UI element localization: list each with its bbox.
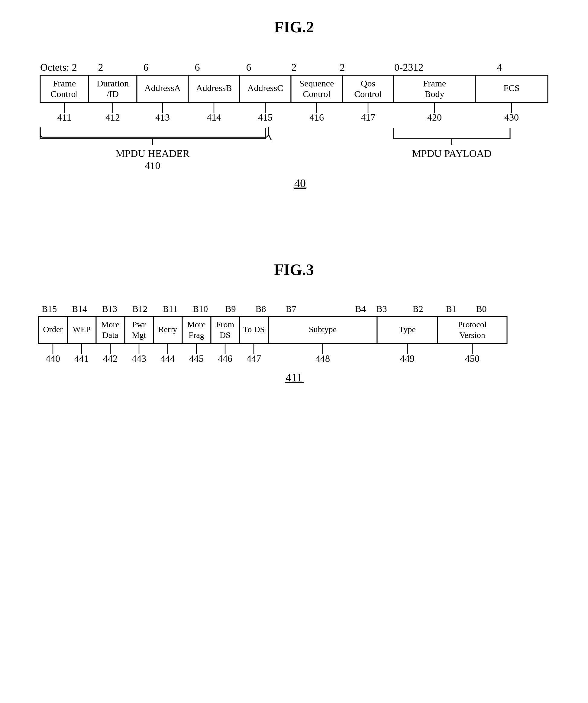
label-more-data2: Data — [102, 330, 118, 340]
ref-444: 444 — [160, 353, 175, 364]
bit-b4: B4 — [355, 304, 365, 314]
ref-448: 448 — [316, 353, 330, 364]
header-bracket — [40, 127, 268, 137]
label-frame-body2: Body — [425, 89, 444, 99]
bit-b8: B8 — [255, 304, 266, 314]
fig2-number: 40 — [294, 177, 306, 189]
label-duration2: /ID — [107, 89, 119, 99]
octet-val-6c: 6 — [246, 62, 251, 73]
octet-val-0-2312: 0-2312 — [394, 62, 423, 73]
label-sequence2: Control — [303, 89, 331, 99]
ref-441: 441 — [74, 353, 89, 364]
header-label: MPDU HEADER — [116, 148, 190, 159]
label-protocol: Protocol — [458, 320, 487, 329]
octet-val-2a: 2 — [291, 62, 297, 73]
label-from-ds2: DS — [220, 330, 231, 340]
label-wep: WEP — [73, 325, 90, 334]
fig3-section: FIG.3 B15 B14 B13 B12 B11 B10 B9 B8 B7 B… — [37, 261, 551, 428]
octets-label: Octets: 2 — [40, 62, 77, 73]
fig3-number: 411 — [285, 371, 303, 384]
label-protocol2: Version — [459, 330, 485, 340]
label-subtype: Subtype — [309, 325, 337, 334]
label-order: Order — [43, 325, 63, 334]
bit-b13: B13 — [102, 304, 117, 314]
ref-430: 430 — [504, 112, 519, 123]
bit-b0: B0 — [476, 304, 487, 314]
bit-b7: B7 — [285, 304, 296, 314]
label-addressb: AddressB — [196, 83, 232, 93]
fig2-section: FIG.2 Octets: 2 2 6 6 6 2 2 0-2312 4 Fra… — [37, 18, 551, 201]
label-qos: Qos — [361, 78, 375, 88]
octet-val-2b: 2 — [340, 62, 345, 73]
ref-447: 447 — [247, 353, 261, 364]
bit-b2: B2 — [412, 304, 423, 314]
bit-b10: B10 — [193, 304, 208, 314]
bit-b3: B3 — [376, 304, 387, 314]
header-bracket-tip — [268, 134, 271, 140]
label-from-ds: From — [216, 320, 235, 329]
ref-446: 446 — [218, 353, 232, 364]
label-to-ds: To DS — [243, 325, 265, 334]
label-addressc: AddressC — [247, 83, 283, 93]
ref-442: 442 — [103, 353, 117, 364]
payload-label: MPDU PAYLOAD — [412, 148, 492, 159]
fig3-diagram: B15 B14 B13 B12 B11 B10 B9 B8 B7 B4 B3 B… — [37, 297, 551, 427]
ref-414: 414 — [207, 112, 221, 123]
ref-415: 415 — [258, 112, 272, 123]
label-pwr-mgt2: Mgt — [132, 330, 146, 340]
ref-411: 411 — [58, 112, 72, 123]
octet-val-6b: 6 — [195, 62, 200, 73]
bit-b15: B15 — [42, 304, 57, 314]
label-qos2: Control — [354, 89, 382, 99]
ref-445: 445 — [189, 353, 204, 364]
ref-413: 413 — [155, 112, 170, 123]
label-more-data: More — [101, 320, 120, 329]
octet-val-6a: 6 — [144, 62, 149, 73]
ref-412: 412 — [105, 112, 120, 123]
label-more-frag2: Frag — [188, 330, 204, 340]
bit-b1: B1 — [446, 304, 456, 314]
bit-b9: B9 — [225, 304, 236, 314]
fig3-title: FIG.3 — [37, 261, 551, 279]
label-sequence: Sequence — [300, 78, 334, 88]
label-fcs: FCS — [503, 83, 519, 93]
ref-449: 449 — [400, 353, 415, 364]
ref-420: 420 — [427, 112, 442, 123]
label-frame-body: Frame — [423, 78, 446, 88]
label-addressa: AddressA — [145, 83, 181, 93]
octet-val-2: 2 — [98, 62, 103, 73]
ref-450: 450 — [465, 353, 480, 364]
bit-b11: B11 — [163, 304, 178, 314]
label-frame-control2: Control — [51, 89, 78, 99]
ref-440: 440 — [46, 353, 60, 364]
label-duration: Duration — [97, 78, 129, 88]
label-retry: Retry — [158, 325, 177, 334]
label-more-frag: More — [187, 320, 206, 329]
label-frame-control: Frame — [53, 78, 76, 88]
ref-416: 416 — [310, 112, 324, 123]
fig2-diagram: Octets: 2 2 6 6 6 2 2 0-2312 4 Frame Con… — [37, 54, 551, 199]
label-pwr-mgt: Pwr — [132, 320, 146, 329]
bit-b12: B12 — [132, 304, 148, 314]
label-type: Type — [399, 325, 416, 334]
ref-417: 417 — [361, 112, 375, 123]
fig2-title: FIG.2 — [37, 18, 551, 36]
header-number: 410 — [145, 160, 160, 171]
octet-val-4: 4 — [497, 62, 502, 73]
bit-b14: B14 — [72, 304, 87, 314]
ref-443: 443 — [132, 353, 146, 364]
